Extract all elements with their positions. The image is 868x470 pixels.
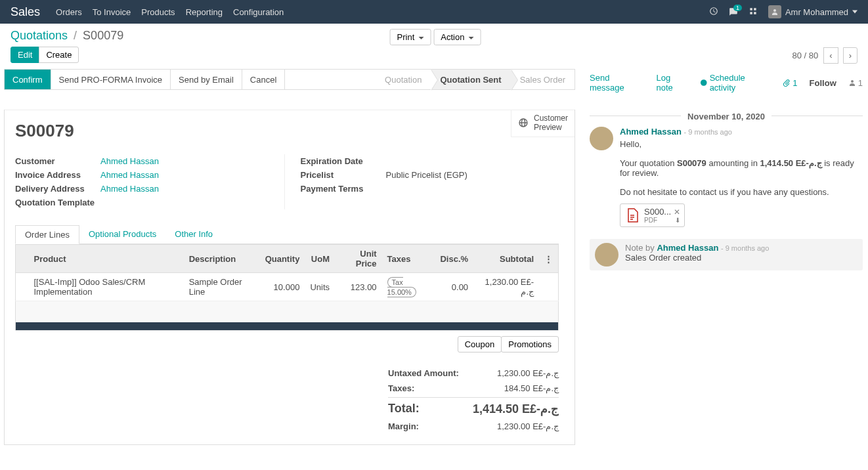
message-line-2: Do not hesitate to contact us if you hav…	[620, 187, 863, 197]
svg-point-1	[851, 80, 854, 83]
nav-configuration[interactable]: Configuration	[233, 7, 284, 17]
nav-menu: Orders To Invoice Products Reporting Con…	[56, 7, 284, 17]
note: Note by Ahmed Hassan - 9 months ago Sale…	[590, 239, 863, 270]
customer-preview-button[interactable]: Customer Preview	[511, 110, 575, 137]
total-amount: 1,414.50 E£-ج.م	[473, 402, 559, 416]
log-note-link[interactable]: Log note	[656, 73, 688, 93]
th-unit-price: Unit Price	[335, 245, 382, 273]
nav-brand[interactable]: Sales	[11, 5, 40, 19]
control-bar: Quotations / S00079 Edit Create Print Ac…	[0, 24, 868, 64]
clock-icon[interactable]	[709, 7, 718, 18]
promotions-button[interactable]: Promotions	[501, 336, 559, 352]
quotation-template-label: Quotation Template	[15, 198, 100, 207]
top-nav: Sales Orders To Invoice Products Reporti…	[0, 0, 868, 24]
avatar	[595, 243, 618, 267]
follow-button[interactable]: Follow	[810, 78, 836, 88]
pdf-icon	[624, 207, 640, 223]
nav-products[interactable]: Products	[141, 7, 175, 17]
tab-order-lines[interactable]: Order Lines	[15, 225, 79, 244]
th-kebab[interactable]: ⋮	[539, 245, 559, 273]
print-button[interactable]: Print	[390, 29, 431, 45]
delivery-address-link[interactable]: Ahmed Hassan	[100, 184, 159, 194]
pager-prev[interactable]: ‹	[823, 47, 838, 64]
chatter-date-separator: November 10, 2020	[590, 106, 863, 116]
th-taxes: Taxes	[382, 245, 435, 273]
send-email-button[interactable]: Send by Email	[171, 70, 242, 89]
cell-subtotal: 1,230.00 E£-ج.م	[473, 273, 539, 301]
apps-icon[interactable]	[749, 7, 758, 18]
untaxed-amount: 1,230.00 E£-ج.م	[497, 368, 559, 378]
breadcrumb-root[interactable]: Quotations	[11, 29, 68, 42]
customer-label: Customer	[15, 156, 100, 166]
attachment-remove-icon[interactable]: ✕	[674, 207, 680, 217]
stage-sales-order[interactable]: Sales Order	[511, 70, 575, 89]
attachment-box[interactable]: S000... ✕ PDF ⬇	[620, 203, 685, 227]
total-label: Total:	[388, 402, 420, 416]
note-author[interactable]: Ahmed Hassan	[657, 243, 718, 253]
coupon-button[interactable]: Coupon	[458, 336, 502, 352]
create-button[interactable]: Create	[39, 47, 79, 63]
schedule-activity-link[interactable]: Schedule activity	[700, 73, 771, 93]
tab-other-info[interactable]: Other Info	[165, 225, 222, 244]
tax-badge: Tax 15.00%	[387, 277, 416, 297]
send-message-link[interactable]: Send message	[590, 73, 644, 93]
globe-icon	[518, 117, 529, 128]
action-button[interactable]: Action	[433, 29, 481, 45]
cell-disc: 0.00	[435, 273, 473, 301]
message: Ahmed Hassan - 9 months ago Hello, Your …	[590, 127, 863, 227]
proforma-button[interactable]: Send PRO-FORMA Invoice	[51, 70, 171, 89]
expiration-label: Expiration Date	[301, 156, 386, 166]
cell-price: 123.00	[335, 273, 382, 301]
tabs: Order Lines Optional Products Other Info	[15, 225, 559, 244]
attachment-count[interactable]: 1	[783, 78, 797, 88]
status-bar: Confirm Send PRO-FORMA Invoice Send by E…	[4, 69, 575, 90]
cancel-button[interactable]: Cancel	[242, 70, 285, 89]
attachment-name: S000... ✕	[644, 207, 680, 217]
taxes-label: Taxes:	[388, 383, 414, 393]
stage-quotation[interactable]: Quotation	[376, 70, 431, 89]
breadcrumb-current: S00079	[83, 29, 123, 42]
person-icon	[848, 79, 856, 87]
tab-optional-products[interactable]: Optional Products	[79, 225, 165, 244]
payment-terms-label: Payment Terms	[301, 184, 386, 194]
stage-quotation-sent[interactable]: Quotation Sent	[431, 70, 510, 89]
cell-uom: Units	[305, 273, 335, 301]
download-icon[interactable]: ⬇	[675, 217, 680, 224]
table-row[interactable]: [[SAL-Imp]] Odoo Sales/CRM Implementatio…	[16, 273, 559, 301]
attachment-type: PDF	[644, 217, 657, 224]
note-body: Sales Order created	[625, 253, 769, 263]
user-menu[interactable]: Amr Mohammed	[768, 5, 857, 18]
margin-amount: 1,230.00 E£-ج.م	[497, 421, 559, 431]
message-line-1: Your quotation S00079 amounting in 1,414…	[620, 158, 863, 178]
nav-reporting[interactable]: Reporting	[186, 7, 223, 17]
pager-next[interactable]: ›	[843, 47, 857, 64]
th-description: Description	[184, 245, 260, 273]
chat-icon[interactable]: 1	[729, 7, 738, 16]
preview-label: Customer Preview	[534, 114, 568, 133]
avatar	[590, 127, 613, 150]
edit-button[interactable]: Edit	[11, 47, 39, 63]
pager-text: 80 / 80	[792, 51, 819, 60]
invoice-address-link[interactable]: Ahmed Hassan	[100, 170, 159, 180]
customer-link[interactable]: Ahmed Hassan	[100, 156, 159, 166]
untaxed-label: Untaxed Amount:	[388, 368, 459, 378]
message-greeting: Hello,	[620, 139, 863, 149]
cell-description: Sample Order Line	[184, 273, 260, 301]
order-lines-table: Product Description Quantity UoM Unit Pr…	[15, 244, 559, 331]
delivery-address-label: Delivery Address	[15, 184, 100, 194]
note-time: - 9 months ago	[721, 244, 769, 252]
form-sheet: Customer Preview S00079 CustomerAhmed Ha…	[4, 110, 575, 445]
nav-orders[interactable]: Orders	[56, 7, 82, 17]
margin-label: Margin:	[388, 421, 419, 431]
confirm-button[interactable]: Confirm	[5, 70, 51, 89]
th-uom: UoM	[305, 245, 335, 273]
cell-product: [[SAL-Imp]] Odoo Sales/CRM Implementatio…	[29, 273, 184, 301]
message-author[interactable]: Ahmed Hassan	[620, 127, 682, 137]
clock-icon	[700, 79, 708, 87]
th-subtotal: Subtotal	[473, 245, 539, 273]
nav-to-invoice[interactable]: To Invoice	[93, 7, 131, 17]
chat-count: 1	[733, 5, 742, 11]
th-disc: Disc.%	[435, 245, 473, 273]
follower-count[interactable]: 1	[848, 78, 863, 88]
attachment-icon	[783, 79, 791, 87]
